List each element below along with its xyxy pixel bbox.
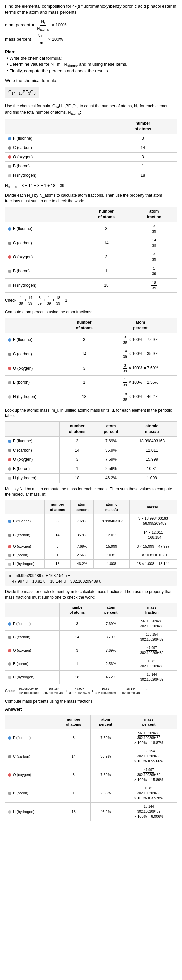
table-row: C (carbon) 14 1439 xyxy=(5,236,177,250)
table-row: O (oxygen) 3 7.69% 47.997302.100209489 xyxy=(5,644,177,657)
col-num-atoms: numberof atoms xyxy=(59,422,95,437)
o-dot xyxy=(8,773,11,777)
c-dot xyxy=(8,534,11,537)
table-row: C (carbon) 14 35.9% 168.154302.100209489 xyxy=(5,630,177,644)
col-mass: mass/u xyxy=(129,500,177,514)
table-row: F (fluorine) 3 339 xyxy=(5,221,177,236)
element-o: O (oxygen) xyxy=(5,152,109,162)
mass-fractions-table: numberof atoms atompercent massfraction … xyxy=(5,603,177,684)
b-dot xyxy=(8,792,11,795)
b-dot xyxy=(8,662,11,665)
b-dot xyxy=(8,467,11,471)
col-num-atoms: numberof atoms xyxy=(81,207,131,221)
check-mass-fractions: Check: 56.995209489302.100209489 + 168.1… xyxy=(5,687,177,695)
b-dot xyxy=(8,165,11,168)
table-row: O (oxygen) 3 339 xyxy=(5,250,177,264)
chemical-formula-display: C14H18BF3O3 xyxy=(5,87,39,98)
atom-percent-formula: atom percent = NiNatoms × 100% xyxy=(5,19,177,32)
h-dot xyxy=(8,676,11,679)
f-dot xyxy=(8,227,11,231)
atom-percents-table: numberof atoms atompercent F (fluorine) … xyxy=(5,318,177,404)
col-num-atoms: numberof atoms xyxy=(65,318,104,333)
f-dot xyxy=(8,737,11,740)
atom-fractions-table: numberof atoms atomfraction F (fluorine)… xyxy=(5,207,177,293)
table-row: H (hydrogen) 18 1839 × 100% = 46.2% xyxy=(5,390,177,404)
col-mass-percent: masspercent xyxy=(121,715,177,729)
element-c: C (carbon) xyxy=(5,143,109,152)
use-formula-text: Use the chemical formula, C14H18BF3O3, t… xyxy=(5,103,177,116)
c-dot xyxy=(8,353,11,356)
table-row: H (hydrogen) 18 46.2% 1.008 xyxy=(5,473,177,483)
lookup-text: Look up the atomic mass, m_i, in unified… xyxy=(5,408,177,419)
col-num-atoms: numberof atoms xyxy=(109,119,177,134)
o-dot xyxy=(8,367,11,370)
table-row: F (fluorine) 3 7.69% 18.998403163 3 × 18… xyxy=(5,514,177,528)
plan-item-2: • Determine values for Ni, mi, Natoms, a… xyxy=(7,61,177,68)
f-atoms: 3 xyxy=(109,134,177,143)
col-mass-fraction: massfraction xyxy=(127,603,177,617)
table-row: B (boron) 1 2.56% 10.81 xyxy=(5,465,177,474)
col-atom-percent: atompercent xyxy=(104,318,177,333)
f-dot xyxy=(8,520,11,523)
table-row: C (carbon) 14 35.9% 12.011 xyxy=(5,446,177,455)
col-element xyxy=(5,119,109,134)
table-row: F (fluorine) 3 7.69% 18.998403163 xyxy=(5,436,177,446)
f-dot xyxy=(8,440,11,443)
divide-mass-text: Divide the mass for each element by m to… xyxy=(5,589,177,600)
o-dot xyxy=(8,256,11,259)
table-row: B (boron) 1 139 xyxy=(5,264,177,278)
h-dot xyxy=(8,810,11,814)
h-atoms: 18 xyxy=(109,171,177,180)
element-b: B (boron) xyxy=(5,162,109,171)
b-atoms: 1 xyxy=(109,162,177,171)
table-row: C (carbon) 14 xyxy=(5,143,177,152)
table-row: B (boron) 1 2.56% 10.81302.100209489 × 1… xyxy=(5,784,177,802)
element-f: F (fluorine) xyxy=(5,134,109,143)
col-num-atoms: numberof atoms xyxy=(59,603,95,617)
b-dot xyxy=(8,554,11,557)
c-dot xyxy=(8,755,11,759)
table-row: F (fluorine) 3 7.69% 56.995209489302.100… xyxy=(5,729,177,747)
c-dot xyxy=(8,636,11,639)
table-row: O (oxygen) 3 7.69% 15.999 3 × 15.999 = 4… xyxy=(5,542,177,550)
table-row: F (fluorine) 3 7.69% 56.995209489302.100… xyxy=(5,617,177,630)
col-atom-fraction: atomfraction xyxy=(131,207,177,221)
col-element xyxy=(5,500,45,514)
compute-mass-percents-text: Compute mass percents using the mass fra… xyxy=(5,698,177,704)
check-fractions: Check: 139 + 1439 + 339 + 139 + 1839 = 1 xyxy=(5,296,177,306)
col-element xyxy=(5,207,81,221)
col-element xyxy=(5,715,57,729)
plan-item-3: • Finally, compute the percents and chec… xyxy=(7,68,177,74)
o-dot xyxy=(8,458,11,461)
plan-section: Plan: • Write the chemical formula: • De… xyxy=(5,49,177,74)
o-atoms: 3 xyxy=(109,152,177,162)
table-row: C (carbon) 14 35.9% 168.154302.100209489… xyxy=(5,748,177,766)
col-atom-percent: atompercent xyxy=(95,603,127,617)
plan-item-1: • Write the chemical formula: xyxy=(7,55,177,61)
h-dot xyxy=(8,284,11,288)
atomic-mass-table: numberof atoms atompercent atomicmass/u … xyxy=(5,422,177,483)
col-atom-percent: atompercent xyxy=(90,715,121,729)
m-equation: m = 56.995209489 u + 168.154 u + 47.997 … xyxy=(5,571,177,586)
o-dot xyxy=(8,545,11,548)
table-row: F (fluorine) 3 xyxy=(5,134,177,143)
table-row: B (boron) 1 2.56% 10.81302.100209489 xyxy=(5,657,177,670)
page-title: Find the elemental composition for 4-(tr… xyxy=(5,3,177,15)
table-row: O (oxygen) 3 7.69% 47.997302.100209489 ×… xyxy=(5,766,177,784)
table-row: H (hydrogen) 18 46.2% 1.008 18 × 1.008 =… xyxy=(5,560,177,568)
multiply-text: Multiply N_i by m_i to compute the mass … xyxy=(5,486,177,498)
c-atoms: 14 xyxy=(109,143,177,152)
b-dot xyxy=(8,270,11,273)
table-row: H (hydrogen) 18 xyxy=(5,171,177,180)
table-row: O (oxygen) 3 7.69% 15.999 xyxy=(5,455,177,465)
table-row: H (hydrogen) 18 1839 xyxy=(5,278,177,293)
h-dot xyxy=(8,395,11,399)
n-atoms-equation: Natoms = 3 + 14 + 3 + 1 + 18 = 39 xyxy=(5,183,177,189)
mass-percents-table: numberof atoms atompercent masspercent F… xyxy=(5,715,177,821)
table-row: O (oxygen) 3 xyxy=(5,152,177,162)
col-num-atoms: numberof atoms xyxy=(57,715,90,729)
col-element xyxy=(5,603,60,617)
mass-percent-formula: mass percent = Nimim × 100% xyxy=(5,33,177,46)
col-atom-percent: atompercent xyxy=(70,500,94,514)
answer-label: Answer: xyxy=(5,706,177,712)
